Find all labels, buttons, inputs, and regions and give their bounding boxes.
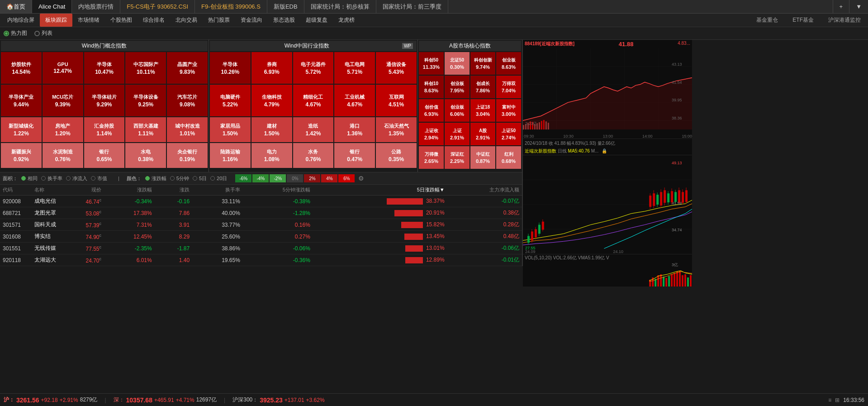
ind-internet[interactable]: 互联网 4.51% [376,85,417,116]
table-row[interactable]: 920118 太湖远大 24.70c 6.01% 1.40 19.65% -0.… [0,254,522,266]
core-cyb[interactable]: 创业板 8.63% [496,52,521,75]
core-growth[interactable]: 创成长 7.86% [470,76,495,98]
scale-minus6[interactable]: -6% [235,174,251,182]
cell-zhongxin[interactable]: 中芯国际产 10.11% [125,52,166,84]
color-radio-5day[interactable]: 5日 [193,175,207,182]
expand-button[interactable]: ▼ [849,0,868,13]
table-row[interactable]: 920008 成电光信 46.74c -0.34% -0.16 33.11% -… [0,196,522,207]
core-sz-red[interactable]: 深证红 2.25% [445,146,470,169]
tab-f9-cyb[interactable]: F9-创业板指 399006.S [195,0,267,13]
ind-pc-hardware[interactable]: 电脑硬件 5.22% [210,85,251,116]
ind-construction[interactable]: 建材 1.50% [251,117,292,142]
tab-stats1[interactable]: 国家统计局：初步核算 [304,0,376,13]
nav-hot-stocks[interactable]: 热门股票 [203,14,235,27]
core-sh18[interactable]: 上证18 3.04% [470,99,495,122]
tab-edb[interactable]: 新版EDB [267,0,304,13]
ind-broker[interactable]: 券商 6.93% [251,52,292,84]
expand-icon[interactable]: ⊞ [835,397,840,403]
scale-plus2[interactable]: 2% [304,174,320,182]
cell-gpu[interactable]: GPU 12.47% [43,52,83,84]
color-radio-5min[interactable]: 5分钟 [170,175,189,182]
core-cyb2[interactable]: 创业板 7.95% [445,76,470,98]
cell-hydro[interactable]: 水电 0.38% [125,143,166,168]
scale-minus4[interactable]: -4% [252,174,269,182]
nav-comprehensive-rank[interactable]: 综合排名 [138,14,170,27]
core-dividend[interactable]: 红利 0.68% [496,146,521,169]
cell-mcu[interactable]: MCU芯片 9.39% [43,85,83,116]
add-tab-button[interactable]: + [833,0,849,13]
color-radio-pct[interactable]: 涨跌幅 [145,175,166,182]
cell-western-infra[interactable]: 西部大基建 1.11% [125,117,166,142]
nav-fund-position[interactable]: 基金重仓 [751,16,783,24]
ind-semiconductor[interactable]: 半导体 10.26% [210,52,251,84]
cell-soe-bank[interactable]: 央企银行 0.19% [167,143,208,168]
cell-jingye[interactable]: 晶圆产业 9.83% [167,52,208,84]
ind-paper[interactable]: 造纸 1.42% [293,117,334,142]
cell-realestate[interactable]: 房地产 1.20% [43,117,83,142]
area-radio-netflow[interactable]: 净流入 [66,175,87,182]
cell-silicon[interactable]: 半导体硅片 9.29% [84,85,125,116]
scale-plus6[interactable]: 6% [338,174,355,182]
core-bz50[interactable]: 北证50 0.30% [445,52,470,75]
cell-huijin[interactable]: 汇金持股 1.14% [84,117,125,142]
table-row[interactable]: 301571 国科天成 57.39c 7.31% 3.91 33.77% 0.1… [0,219,522,231]
lock-icon[interactable]: 🔒 [602,148,607,153]
nav-inland-screen[interactable]: 内地综合屏 [2,14,40,27]
nav-pattern-select[interactable]: 形态选股 [268,14,300,27]
cell-urban-regen[interactable]: 城中村改造 1.01% [167,117,208,142]
core-a-share[interactable]: A股 2.91% [470,123,495,145]
table-row[interactable]: 301551 无线传媒 77.55c -2.35% -1.87 38.86% -… [0,243,522,254]
ind-power[interactable]: 电力 1.08% [251,143,292,168]
wp-button[interactable]: WP [402,43,413,49]
color-radio-20day[interactable]: 20日 [210,175,227,182]
home-tab[interactable]: 🏠 首页 [0,0,32,13]
core-ftse-mid[interactable]: 富时中 3.00% [496,99,521,122]
table-row[interactable]: 688721 龙图光罩 53.08c 17.38% 7.86 40.00% -1… [0,207,522,219]
ind-biotech[interactable]: 生物科技 4.79% [251,85,292,116]
area-radio-turnover[interactable]: 换手率 [41,175,62,182]
nav-etf[interactable]: ETF基金 [787,16,819,24]
ind-port[interactable]: 港口 1.36% [334,117,375,142]
scale-plus4[interactable]: 4% [321,174,337,182]
nav-super-review[interactable]: 超级复盘 [300,14,333,27]
th-5day[interactable]: 5日涨跌幅▼ [313,185,447,196]
core-cyb-value[interactable]: 创价值 6.93% [419,99,444,122]
tab-inland-stock[interactable]: 内地股票行情 [72,0,120,13]
cell-xinjiang[interactable]: 新疆振兴 0.92% [1,143,42,168]
ind-finechem[interactable]: 精细化工 4.67% [293,85,334,116]
ind-water[interactable]: 水务 0.76% [293,143,334,168]
nav-dragon-tiger[interactable]: 龙虎榜 [333,14,360,27]
ind-oilgas[interactable]: 石油天然气 1.35% [376,117,417,142]
menu-icon[interactable]: ≡ [828,397,831,403]
core-csi-red[interactable]: 中证红 0.87% [470,146,495,169]
ind-power-grid[interactable]: 电工电网 5.71% [334,52,375,84]
core-cyb3[interactable]: 创业板 6.06% [445,99,470,122]
cell-chaogusoftware[interactable]: 炒股软件 14.54% [1,52,42,84]
tab-stats2[interactable]: 国家统计局：前三季度 [376,0,448,13]
ind-bank[interactable]: 银行 0.47% [334,143,375,168]
nav-north-trading[interactable]: 北向交易 [170,14,203,27]
list-radio[interactable]: 列表 [34,29,52,37]
table-row[interactable]: 301608 博实结 74.90c 12.45% 8.29 25.60% 0.2… [0,231,522,243]
core-kc10[interactable]: 科创10 8.63% [419,76,444,98]
cell-xinzhen[interactable]: 新型城镇化 1.22% [1,117,42,142]
area-radio-cap[interactable]: 市值 [91,175,107,182]
cell-semicon-equip[interactable]: 半导体设备 9.25% [125,85,166,116]
ind-machinery[interactable]: 工业机械 4.67% [334,85,375,116]
settings-icon[interactable]: ⚙ [358,175,364,182]
core-sh50[interactable]: 上证50 2.74% [496,123,521,145]
nav-market-sentiment[interactable]: 市场情绪 [72,14,105,27]
heatmap-radio[interactable]: 热力图 [4,29,27,37]
core-sh-close[interactable]: 上证收 2.94% [419,123,444,145]
alice-chat-tab[interactable]: Alice Chat [32,0,72,13]
nav-block-tracking[interactable]: 板块跟踪 [40,14,72,27]
core-wande-micro[interactable]: 万得微 2.65% [419,146,444,169]
ind-highway[interactable]: 公路 0.35% [376,143,417,168]
cell-cement[interactable]: 水泥制造 0.76% [43,143,83,168]
nav-hk-connect[interactable]: 沪深港通监控 [823,16,866,24]
scale-zero[interactable]: 0% [287,174,303,182]
ind-elec-components[interactable]: 电子元器件 5.72% [293,52,334,84]
ind-road-transport[interactable]: 陆路运输 1.16% [210,143,251,168]
cell-semiconductor[interactable]: 半导体 10.47% [84,52,125,84]
cell-auto-chip[interactable]: 汽车芯片 9.08% [167,85,208,116]
